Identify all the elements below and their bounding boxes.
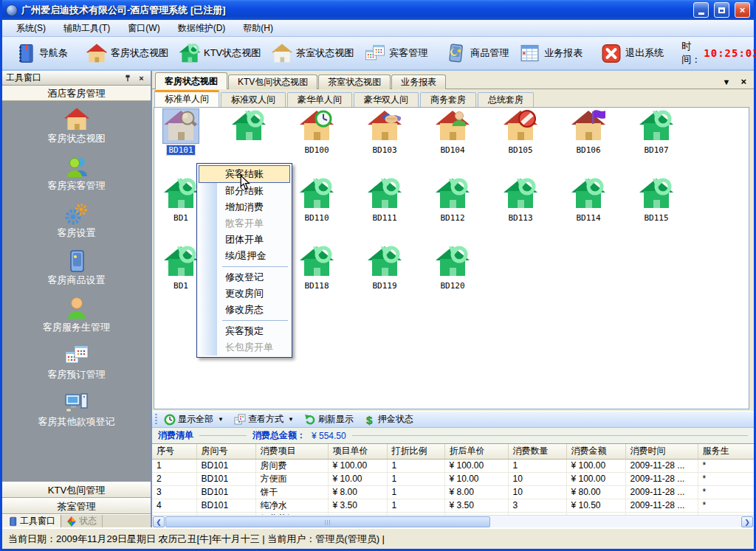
chevron-down-icon[interactable]: ▼ [218, 416, 224, 423]
toolbar-button-exit-system[interactable]: 退出系统 [596, 41, 668, 66]
menu-item[interactable]: 辅助工具(T) [55, 20, 118, 37]
room-item[interactable]: BD100 [286, 109, 348, 155]
table-header-cell[interactable]: 消费项目 [255, 444, 328, 459]
room-item[interactable]: BD120 [422, 245, 484, 291]
scroll-right-arrow-icon[interactable]: ❯ [741, 516, 753, 527]
sidebar-item[interactable]: 客房其他款项登记 [2, 390, 151, 437]
minimize-button[interactable] [693, 2, 709, 18]
table-header-cell[interactable]: 消费时间 [625, 444, 698, 459]
context-menu-item[interactable]: 更改房间 [199, 285, 290, 302]
room-type-tab[interactable]: 豪华双人间 [354, 92, 419, 107]
room-item[interactable]: BD119 [354, 245, 416, 291]
sidebar-close-icon[interactable]: × [136, 72, 147, 83]
room-type-tab[interactable]: 标准单人间 [154, 90, 219, 107]
table-header-cell[interactable]: 项目单价 [328, 444, 387, 459]
table-header-cell[interactable]: 消费金额 [566, 444, 625, 459]
room-item[interactable]: BD107 [625, 109, 687, 155]
context-menu-item[interactable]: 修改房态 [199, 302, 290, 318]
chevron-down-icon[interactable]: ▼ [723, 77, 731, 86]
sidebar-item[interactable]: 客房商品设置 [2, 249, 151, 296]
table-header-cell[interactable]: 消费数量 [508, 444, 566, 459]
table-header-cell[interactable]: 打折比例 [387, 444, 444, 459]
sidebar-item[interactable]: 客房服务生管理 [2, 296, 151, 343]
room-type-tab[interactable]: 标准双人间 [221, 92, 286, 107]
toolbar-button-ktv-status-view[interactable]: KTV状态视图 [174, 41, 265, 66]
room-label: BD118 [303, 281, 330, 291]
pin-icon[interactable] [122, 72, 133, 83]
context-menu-item[interactable]: 续/退押金 [199, 248, 290, 264]
sidebar-item[interactable]: 客房预订管理 [2, 343, 151, 390]
sidebar-section-bar[interactable]: KTV包间管理 [2, 482, 151, 498]
room-item[interactable] [218, 109, 280, 145]
main-tab[interactable]: 客房状态视图 [155, 72, 227, 89]
app-window: 广州爱启迪技术有限公司-酒店管理系统 [已注册] × 系统(S)辅助工具(T)窗… [0, 0, 756, 551]
room-type-tab[interactable]: 商务套房 [420, 92, 476, 107]
main-tab[interactable]: KTV包间状态视图 [228, 74, 317, 89]
table-row[interactable]: 4BD101纯净水¥ 3.501¥ 3.503¥ 10.502009-11-28… [152, 499, 754, 512]
menu-item[interactable]: 窗口(W) [120, 20, 168, 37]
room-item[interactable]: BD114 [557, 177, 619, 223]
toolbar-button-label: 客房状态视图 [111, 46, 168, 60]
sidebar-item[interactable]: 客房设置 [2, 201, 151, 249]
context-menu-item[interactable]: 团体开单 [199, 232, 290, 248]
context-menu-item[interactable]: 宾客预定 [199, 323, 290, 339]
gears-icon [63, 201, 90, 226]
tab-close-icon[interactable]: × [740, 76, 746, 87]
sidebar-item[interactable]: 客房状态视图 [2, 107, 151, 154]
toolbar-button-room-status-view[interactable]: 客房状态视图 [81, 41, 173, 66]
table-row[interactable]: 1BD101房间费¥ 100.001¥ 100.001¥ 100.002009-… [152, 459, 754, 472]
room-status-icon-vacant [435, 245, 470, 279]
room-item[interactable]: BD105 [489, 109, 551, 155]
table-row[interactable]: 2BD101方便面¥ 10.001¥ 10.0010¥ 100.002009-1… [152, 472, 754, 485]
toolbar-button-guest-management[interactable]: 宾客管理 [360, 41, 432, 66]
panel-toolbar-button-show-all[interactable]: 显示全部▼ [160, 412, 227, 426]
toolbar-button-nav-bar[interactable]: 导航条 [10, 41, 72, 66]
horizontal-scrollbar[interactable]: ❮ ❯ [152, 515, 754, 527]
table-header-cell[interactable]: 序号 [152, 444, 196, 459]
room-item[interactable]: BD110 [286, 177, 348, 223]
toolbar-button-tea-status-view[interactable]: 茶室状态视图 [267, 41, 358, 66]
sidebar-item[interactable]: 客房宾客管理 [2, 154, 151, 201]
main-tab[interactable]: 业务报表 [391, 74, 446, 89]
room-item[interactable]: BD111 [354, 177, 416, 223]
room-item[interactable]: BD113 [489, 177, 551, 223]
panel-toolbar-button-deposit-status[interactable]: $押金状态 [360, 412, 417, 426]
scrollbar-thumb[interactable] [165, 516, 490, 527]
table-row[interactable]: 3BD101饼干¥ 8.001¥ 8.0010¥ 80.002009-11-28… [152, 485, 754, 499]
toolbar-button-business-report[interactable]: 业务报表 [515, 41, 587, 66]
room-item[interactable]: BD112 [422, 177, 484, 223]
room-type-tab[interactable]: 豪华单人间 [287, 92, 352, 107]
toolbar-button-goods-management[interactable]: 商品管理 [441, 41, 513, 66]
menu-item[interactable]: 系统(S) [8, 20, 54, 37]
room-item[interactable]: BD104 [422, 109, 484, 155]
room-item[interactable]: BD115 [625, 177, 687, 223]
main-tab[interactable]: 茶室状态视图 [318, 74, 391, 89]
context-menu-item[interactable]: 增加消费 [199, 199, 290, 215]
maximize-button[interactable] [714, 2, 729, 18]
menu-item[interactable]: 数据维护(D) [170, 20, 234, 37]
sidebar-item-label: 客房服务生管理 [43, 321, 110, 334]
consumption-toolbar-grip[interactable] [155, 414, 157, 426]
panel-toolbar-button-refresh-display[interactable]: 刷新显示 [300, 412, 357, 426]
sidebar-bottom-tab[interactable]: 状态 [61, 515, 103, 527]
room-item[interactable]: BD106 [557, 109, 619, 155]
table-header-cell[interactable]: 房间号 [196, 444, 255, 459]
table-header-cell[interactable]: 折后单价 [444, 444, 508, 459]
scroll-left-arrow-icon[interactable]: ❮ [153, 516, 165, 527]
menu-item[interactable]: 帮助(H) [235, 20, 281, 37]
room-item[interactable]: BD118 [286, 245, 348, 291]
refresh-icon [304, 414, 316, 426]
context-menu-item[interactable]: 修改登记 [199, 269, 290, 285]
room-type-tab[interactable]: 总统套房 [478, 92, 534, 107]
consumption-total-label: 消费总金额： [252, 429, 306, 442]
sidebar-bottom-tab[interactable]: 工具窗口 [2, 515, 61, 527]
panel-toolbar-button-view-mode[interactable]: 查看方式▼ [230, 412, 298, 426]
chevron-down-icon[interactable]: ▼ [288, 416, 294, 423]
sidebar-section-bar[interactable]: 茶室管理 [2, 498, 151, 514]
table-header-cell[interactable]: 服务生 [698, 444, 754, 459]
table-cell: 方便面 [255, 472, 328, 485]
room-item[interactable]: BD103 [354, 109, 416, 155]
close-button[interactable]: × [735, 2, 750, 18]
house-white-icon [271, 43, 293, 64]
room-item[interactable]: BD101 [154, 109, 212, 155]
